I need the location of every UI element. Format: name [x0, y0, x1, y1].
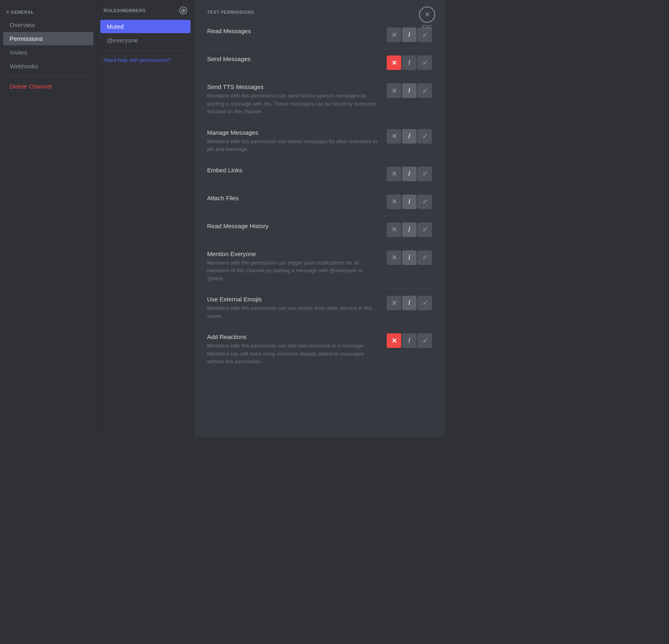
allow-button[interactable]: ✓: [417, 167, 432, 181]
permission-desc: Members with this permission can send te…: [207, 92, 380, 116]
esc-button[interactable]: ✕ ESC: [419, 6, 435, 29]
deny-button[interactable]: ✕: [387, 129, 401, 144]
permission-info: Send TTS MessagesMembers with this permi…: [207, 83, 380, 116]
permission-row: Attach Files✕/✓: [207, 188, 432, 216]
deny-button[interactable]: ✕: [387, 55, 401, 70]
deny-button[interactable]: ✕: [387, 333, 401, 348]
allow-button[interactable]: ✓: [417, 83, 432, 98]
role-item-muted[interactable]: Muted: [100, 20, 191, 33]
permission-row: Add ReactionsMembers with this permissio…: [207, 327, 432, 372]
permission-row: Manage MessagesMembers with this permiss…: [207, 123, 432, 160]
sidebar-item-webhooks[interactable]: Webhooks: [3, 59, 93, 73]
permission-name: Read Messages: [207, 28, 380, 34]
allow-button[interactable]: ✓: [417, 296, 432, 310]
allow-button[interactable]: ✓: [417, 333, 432, 348]
roles-panel: Roles/Members ⊕ Muted @everyone Need hel…: [97, 0, 194, 437]
sidebar-divider: [6, 76, 90, 76]
permission-name: Send Messages: [207, 55, 380, 62]
role-item-everyone[interactable]: @everyone: [100, 34, 191, 47]
permission-desc: Members with this permission can delete …: [207, 138, 380, 153]
roles-header-label: Roles/Members: [104, 8, 146, 13]
permission-controls: ✕/✓: [387, 195, 432, 209]
permission-name: Attach Files: [207, 195, 380, 201]
neutral-button[interactable]: /: [402, 55, 417, 70]
deny-button[interactable]: ✕: [387, 195, 401, 209]
permission-desc: Members with this permission can add new…: [207, 342, 380, 366]
deny-button[interactable]: ✕: [387, 167, 401, 181]
permission-info: Use External EmojisMembers with this per…: [207, 296, 380, 320]
allow-button[interactable]: ✓: [417, 55, 432, 70]
permission-info: Mention EveryoneMembers with this permis…: [207, 250, 380, 283]
permission-controls: ✕/✓: [387, 28, 432, 42]
permission-controls: ✕/✓: [387, 167, 432, 181]
permissions-list: Read Messages✕/✓Send Messages✕/✓Send TTS…: [207, 21, 432, 372]
esc-label: ESC: [422, 24, 432, 29]
allow-button[interactable]: ✓: [417, 250, 432, 265]
channel-header: # General: [0, 6, 97, 18]
deny-button[interactable]: ✕: [387, 222, 401, 237]
neutral-button[interactable]: /: [402, 83, 417, 98]
permission-controls: ✕/✓: [387, 83, 432, 98]
permission-row: Embed Links✕/✓: [207, 160, 432, 188]
neutral-button[interactable]: /: [402, 195, 417, 209]
permission-info: Manage MessagesMembers with this permiss…: [207, 129, 380, 153]
permission-info: Embed Links: [207, 167, 380, 175]
neutral-button[interactable]: /: [402, 250, 417, 265]
roles-header: Roles/Members ⊕: [97, 6, 194, 19]
permission-desc: Members with this permission can trigger…: [207, 259, 380, 283]
allow-button[interactable]: ✓: [417, 129, 432, 144]
permission-controls: ✕/✓: [387, 296, 432, 310]
sidebar-item-permissions[interactable]: Permissions: [3, 32, 93, 45]
permission-name: Embed Links: [207, 167, 380, 174]
permission-row: Use External EmojisMembers with this per…: [207, 289, 432, 327]
permission-name: Read Message History: [207, 222, 380, 229]
permission-row: Send TTS MessagesMembers with this permi…: [207, 77, 432, 123]
sidebar-item-overview[interactable]: Overview: [3, 18, 93, 32]
sidebar-item-invites[interactable]: Invites: [3, 46, 93, 59]
main-content: ✕ ESC Text Permissions Read Messages✕/✓S…: [194, 0, 445, 437]
permission-info: Read Message History: [207, 222, 380, 231]
permission-name: Manage Messages: [207, 129, 380, 136]
permission-row: Read Messages✕/✓: [207, 21, 432, 49]
permission-info: Attach Files: [207, 195, 380, 203]
add-role-button[interactable]: ⊕: [179, 6, 187, 15]
permission-controls: ✕/✓: [387, 55, 432, 70]
permission-name: Mention Everyone: [207, 250, 380, 257]
permission-name: Send TTS Messages: [207, 83, 380, 90]
neutral-button[interactable]: /: [402, 333, 417, 348]
allow-button[interactable]: ✓: [417, 222, 432, 237]
neutral-button[interactable]: /: [402, 222, 417, 237]
roles-divider: [104, 50, 187, 51]
permission-row: Mention EveryoneMembers with this permis…: [207, 244, 432, 290]
neutral-button[interactable]: /: [402, 167, 417, 181]
permission-controls: ✕/✓: [387, 333, 432, 348]
deny-button[interactable]: ✕: [387, 28, 401, 42]
neutral-button[interactable]: /: [402, 28, 417, 42]
section-title: Text Permissions: [207, 10, 432, 15]
deny-button[interactable]: ✕: [387, 296, 401, 310]
permission-row: Read Message History✕/✓: [207, 216, 432, 244]
close-icon: ✕: [419, 6, 435, 23]
permission-name: Add Reactions: [207, 333, 380, 340]
allow-button[interactable]: ✓: [417, 28, 432, 42]
sidebar: # General Overview Permissions Invites W…: [0, 0, 97, 437]
need-help-link[interactable]: Need help with permissions?: [97, 54, 194, 66]
permission-info: Send Messages: [207, 55, 380, 64]
permission-controls: ✕/✓: [387, 222, 432, 237]
deny-button[interactable]: ✕: [387, 250, 401, 265]
neutral-button[interactable]: /: [402, 129, 417, 144]
delete-channel-button[interactable]: Delete Channel: [3, 80, 93, 93]
allow-button[interactable]: ✓: [417, 195, 432, 209]
permission-info: Read Messages: [207, 28, 380, 36]
neutral-button[interactable]: /: [402, 296, 417, 310]
permission-info: Add ReactionsMembers with this permissio…: [207, 333, 380, 366]
permission-desc: Members with this permission can use emo…: [207, 304, 380, 320]
permission-name: Use External Emojis: [207, 296, 380, 303]
permission-controls: ✕/✓: [387, 250, 432, 265]
permission-row: Send Messages✕/✓: [207, 49, 432, 77]
permission-controls: ✕/✓: [387, 129, 432, 144]
deny-button[interactable]: ✕: [387, 83, 401, 98]
